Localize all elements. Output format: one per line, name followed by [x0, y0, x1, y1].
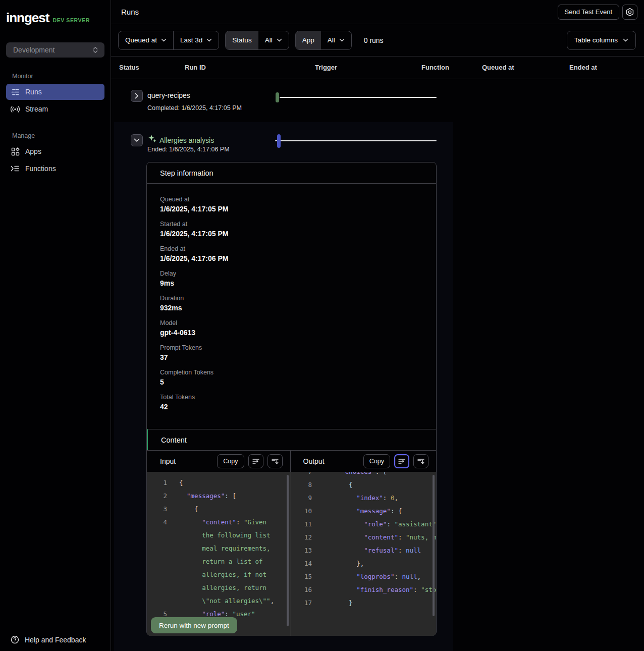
- code-line: 4 "content": "Given: [147, 516, 290, 529]
- code-line: meal requirements,: [147, 542, 290, 555]
- scroll-to-bottom-button[interactable]: [267, 454, 283, 468]
- code-line: 17 }: [291, 596, 436, 610]
- code-line: 10 "message": {: [291, 505, 436, 518]
- content-header: Content: [147, 429, 436, 450]
- sidebar-item-label: Stream: [25, 105, 48, 113]
- timeline-status-pill: [277, 134, 281, 148]
- status-filter-chip: Status All: [225, 31, 289, 50]
- app-filter-chip: App All: [295, 31, 352, 50]
- chevron-right-icon: [135, 93, 139, 99]
- col-function: Function: [421, 64, 449, 71]
- input-scrollbar[interactable]: [287, 475, 289, 626]
- sidebar: inngest DEV SERVER Development Monitor R…: [0, 0, 111, 651]
- col-status: Status: [119, 64, 139, 71]
- code-line: \"not allergies\"",: [147, 594, 290, 608]
- field-value: 1/6/2025, 4:17:06 PM: [160, 254, 436, 262]
- code-line: return a list of: [147, 555, 290, 568]
- time-field-value: Queued at: [125, 36, 157, 44]
- sidebar-item-stream[interactable]: Stream: [6, 101, 104, 117]
- time-field-dropdown[interactable]: Queued at: [119, 31, 173, 49]
- output-scrollbar[interactable]: [433, 475, 435, 616]
- app-filter-dropdown[interactable]: All: [321, 31, 351, 49]
- timeline-line: [275, 140, 437, 141]
- chevron-down-icon: [206, 38, 212, 42]
- code-line: 12 "content": "nuts, milk",: [291, 531, 436, 544]
- scroll-to-bottom-button[interactable]: [413, 454, 428, 468]
- settings-gear-button[interactable]: [622, 5, 637, 20]
- filter-bar: Queued at Last 3d Status All App A: [111, 24, 644, 57]
- table-row-expanded: Allergies analysis Ended: 1/6/2025, 4:17…: [114, 122, 453, 651]
- line-number: [147, 529, 167, 542]
- field-value: 37: [160, 353, 436, 361]
- main-area: Runs Send Test Event Queued at Last 3d: [111, 0, 644, 651]
- wrap-text-button[interactable]: [248, 454, 263, 468]
- sidebar-item-label: Runs: [25, 88, 42, 96]
- output-code-pane[interactable]: 7 "choices": [8 {9 "index": 0,10 "messag…: [291, 472, 436, 636]
- code-line: 3 {: [147, 503, 290, 516]
- app-filter-value: All: [328, 36, 335, 44]
- code-line: 16 "finish_reason": "stop",: [291, 583, 436, 596]
- chevron-down-icon: [277, 38, 282, 42]
- timeline-status-pill: [276, 92, 279, 102]
- line-number: [147, 555, 167, 568]
- rerun-with-new-prompt-button[interactable]: Rerun with new prompt: [151, 617, 237, 633]
- workspace-select-value: Development: [13, 46, 55, 54]
- collapse-row-button[interactable]: [131, 134, 143, 146]
- output-header: Output Copy: [291, 451, 437, 472]
- field-label: Duration: [160, 295, 436, 302]
- help-and-feedback[interactable]: Help and Feedback: [0, 635, 111, 644]
- section-label-monitor: Monitor: [12, 73, 111, 80]
- functions-icon: [11, 164, 20, 173]
- io-header-row: Input Copy Output Copy: [147, 450, 436, 472]
- status-filter-label: Status: [226, 31, 258, 49]
- line-number: 11: [291, 518, 312, 531]
- chevron-down-icon: [623, 38, 628, 42]
- help-icon: [11, 635, 19, 644]
- status-filter-dropdown[interactable]: All: [258, 31, 289, 49]
- code-line: 14 },: [291, 557, 436, 570]
- expand-row-button[interactable]: [131, 90, 143, 102]
- copy-input-button[interactable]: Copy: [217, 454, 244, 468]
- chevron-down-icon: [134, 138, 140, 142]
- send-test-event-button[interactable]: Send Test Event: [558, 5, 619, 20]
- sidebar-item-runs[interactable]: Runs: [6, 84, 104, 100]
- wrap-text-button-active[interactable]: [394, 454, 409, 468]
- logo-row: inngest DEV SERVER: [0, 0, 111, 26]
- run-name[interactable]: Allergies analysis: [159, 136, 214, 144]
- sidebar-item-functions[interactable]: Functions: [6, 160, 104, 177]
- line-number: 7: [291, 472, 312, 478]
- code-line: 2 "messages": [: [147, 490, 290, 503]
- line-number: 12: [291, 531, 312, 544]
- output-label: Output: [303, 457, 325, 465]
- line-number: 9: [291, 492, 312, 505]
- app-filter-label: App: [296, 31, 321, 49]
- line-number: 10: [291, 505, 312, 518]
- run-name[interactable]: query-recipes: [147, 91, 190, 99]
- field-value: 5: [160, 378, 436, 386]
- field-value: 9ms: [160, 279, 436, 287]
- sidebar-item-apps[interactable]: Apps: [6, 143, 104, 159]
- stream-icon: [11, 104, 20, 114]
- run-status-line: Completed: 1/6/2025, 4:17:05 PM: [147, 104, 242, 112]
- sidebar-item-label: Functions: [25, 165, 56, 173]
- line-number: [147, 594, 167, 608]
- page-title: Runs: [121, 8, 139, 16]
- field-value: 42: [160, 403, 436, 411]
- field-label: Started at: [160, 221, 436, 228]
- code-area: 1{2 "messages": [3 {4 "content": "Given …: [147, 472, 436, 636]
- code-line: 9 "index": 0,: [291, 492, 436, 505]
- field-label: Total Tokens: [160, 394, 436, 401]
- input-header: Input Copy: [147, 451, 291, 472]
- copy-output-button[interactable]: Copy: [363, 454, 390, 468]
- timeline-line: [280, 97, 437, 98]
- time-range-dropdown[interactable]: Last 3d: [174, 31, 219, 49]
- sidebar-item-label: Apps: [25, 147, 41, 155]
- line-number: 8: [291, 478, 312, 492]
- table-columns-button[interactable]: Table columns: [567, 31, 636, 50]
- section-label-manage: Manage: [12, 132, 111, 139]
- code-line: 8 {: [291, 478, 436, 492]
- line-number: [147, 568, 167, 581]
- code-line: the following list: [147, 529, 290, 542]
- input-code-pane[interactable]: 1{2 "messages": [3 {4 "content": "Given …: [147, 472, 291, 636]
- workspace-select[interactable]: Development: [6, 42, 104, 58]
